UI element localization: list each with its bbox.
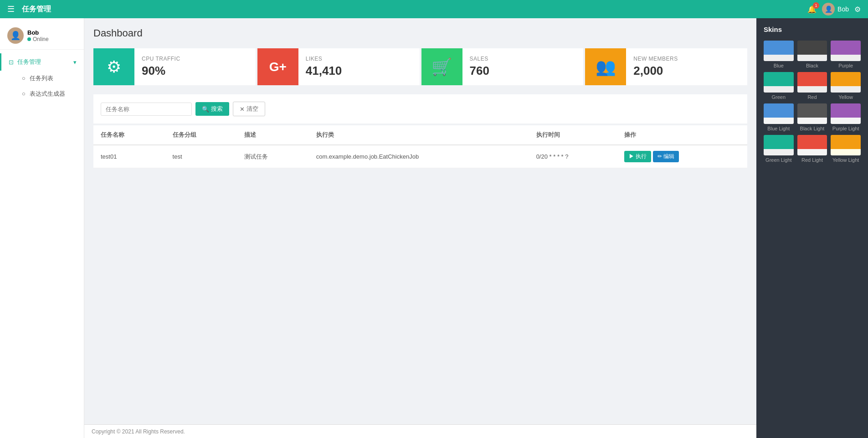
likes-label: LIKES [306, 56, 412, 62]
cell-group: test [165, 145, 237, 168]
sidebar-item-task-mgmt[interactable]: ⊡ 任务管理 ▾ [0, 53, 84, 71]
stat-cards: ⚙ CPU TRAFFIC 90% G+ LIKES 41,410 🛒 SALE… [93, 48, 747, 85]
table: 任务名称 任务分组 描述 执行类 执行时间 操作 test01 test 测试任… [93, 125, 747, 168]
search-button[interactable]: 🔍 搜索 [195, 102, 229, 116]
skin-blue[interactable]: Blue [764, 41, 794, 68]
stat-card-cpu: ⚙ CPU TRAFFIC 90% [93, 48, 256, 85]
sidebar-submenu: ○ 任务列表 ○ 表达式生成器 [0, 71, 84, 102]
col-desc: 描述 [237, 125, 309, 145]
cpu-icon: ⚙ [93, 48, 134, 85]
notification-badge: 1 [813, 2, 819, 9]
skin-purple-light-swatch [831, 103, 861, 124]
skin-red-light[interactable]: Red Light [797, 135, 827, 163]
sidebar-avatar: 👤 [7, 27, 24, 44]
likes-icon: G+ [257, 48, 298, 85]
table-row: test01 test 测试任务 com.example.demo.job.Ea… [93, 145, 747, 168]
exec-button[interactable]: ▶ 执行 [624, 151, 651, 162]
skin-red-light-swatch [797, 135, 827, 155]
exec-icon: ▶ [629, 153, 634, 160]
likes-value: 41,410 [306, 64, 412, 78]
hamburger-icon[interactable]: ☰ [7, 4, 15, 14]
stat-card-likes: G+ LIKES 41,410 [257, 48, 420, 85]
sales-label: SALES [470, 56, 576, 62]
sales-value: 760 [470, 64, 576, 78]
app-title: 任务管理 [22, 5, 807, 14]
footer-bar: Copyright © 2021 All Rights Reserved. [84, 424, 756, 438]
notification-icon[interactable]: 🔔 1 [807, 5, 817, 14]
skin-green-label: Green [764, 94, 794, 100]
table-head: 任务名称 任务分组 描述 执行类 执行时间 操作 [93, 125, 747, 145]
cpu-value: 90% [142, 64, 248, 78]
skin-red[interactable]: Red [797, 72, 827, 100]
clear-button[interactable]: ✕ 清空 [233, 102, 265, 116]
footer-copyright: Copyright © 2021 All Rights Reserved. [92, 428, 185, 435]
cell-time: 0/20 * * * * ? [529, 145, 617, 168]
main-content: Dashboard ⚙ CPU TRAFFIC 90% G+ LIKES 41,… [84, 18, 756, 438]
skin-blue-light-label: Blue Light [764, 126, 794, 131]
skin-blue-label: Blue [764, 63, 794, 68]
cell-name: test01 [93, 145, 165, 168]
skin-blue-swatch [764, 41, 794, 61]
sidebar-item-task-list[interactable]: ○ 任务列表 [15, 71, 84, 86]
edit-button[interactable]: ✏ 编辑 [653, 151, 679, 162]
skin-black-light[interactable]: Black Light [797, 103, 827, 131]
skin-black-light-label: Black Light [797, 126, 827, 131]
skin-green-light-label: Green Light [764, 157, 794, 163]
task-list-label: 任务列表 [30, 75, 53, 82]
skins-grid: Blue Black Purple [764, 41, 861, 163]
table-body: test01 test 测试任务 com.example.demo.job.Ea… [93, 145, 747, 168]
col-actions: 操作 [617, 125, 747, 145]
sidebar-menu: ⊡ 任务管理 ▾ ○ 任务列表 ○ 表达式生成器 [0, 53, 84, 102]
task-table: 任务名称 任务分组 描述 执行类 执行时间 操作 test01 test 测试任… [93, 125, 747, 168]
skin-yellow-label: Yellow [831, 94, 861, 100]
cpu-label: CPU TRAFFIC [142, 56, 248, 62]
sales-icon: 🛒 [421, 48, 462, 85]
members-body: NEW MEMBERS 2,000 [626, 48, 747, 85]
cell-desc: 测试任务 [237, 145, 309, 168]
skin-green-light[interactable]: Green Light [764, 135, 794, 163]
user-menu[interactable]: 👤 Bob [822, 3, 849, 15]
col-class: 执行类 [309, 125, 529, 145]
skin-yellow-light[interactable]: Yellow Light [831, 135, 861, 163]
skin-red-label: Red [797, 94, 827, 100]
navbar: ☰ 任务管理 🔔 1 👤 Bob ⚙ [0, 0, 868, 18]
settings-icon[interactable]: ⚙ [854, 5, 861, 14]
skin-purple-swatch [831, 41, 861, 61]
skin-yellow[interactable]: Yellow [831, 72, 861, 100]
skin-green[interactable]: Green [764, 72, 794, 100]
members-label: NEW MEMBERS [633, 56, 740, 62]
task-mgmt-icon: ⊡ [9, 59, 14, 66]
sidebar-user: 👤 Bob Online [0, 22, 84, 50]
skin-red-light-label: Red Light [797, 157, 827, 163]
skin-red-swatch [797, 72, 827, 93]
skin-yellow-light-swatch [831, 135, 861, 155]
sidebar-item-expr-gen[interactable]: ○ 表达式生成器 [15, 86, 84, 102]
task-mgmt-label: 任务管理 [17, 58, 41, 66]
status-label: Online [33, 36, 49, 42]
skin-green-light-swatch [764, 135, 794, 155]
members-value: 2,000 [633, 64, 740, 78]
expr-gen-icon: ○ [22, 90, 26, 97]
skin-purple-light[interactable]: Purple Light [831, 103, 861, 131]
page-title: Dashboard [93, 27, 747, 39]
skin-purple[interactable]: Purple [831, 41, 861, 68]
col-name: 任务名称 [93, 125, 165, 145]
skin-purple-label: Purple [831, 63, 861, 68]
cell-actions: ▶ 执行 ✏ 编辑 [617, 145, 747, 168]
skin-blue-light-swatch [764, 103, 794, 124]
table-header-row: 任务名称 任务分组 描述 执行类 执行时间 操作 [93, 125, 747, 145]
cell-class: com.example.demo.job.EatChickenJob [309, 145, 529, 168]
skin-black-light-swatch [797, 103, 827, 124]
skins-title: Skins [764, 26, 861, 33]
skin-purple-light-label: Purple Light [831, 126, 861, 131]
search-icon: 🔍 [202, 106, 209, 113]
skin-blue-light[interactable]: Blue Light [764, 103, 794, 131]
skin-black-label: Black [797, 63, 827, 68]
skin-black[interactable]: Black [797, 41, 827, 68]
search-input[interactable] [101, 103, 192, 116]
sidebar-username: Bob [27, 29, 49, 36]
username: Bob [837, 5, 849, 13]
skin-yellow-light-label: Yellow Light [831, 157, 861, 163]
sidebar: 👤 Bob Online ⊡ 任务管理 ▾ ○ 任务列表 [0, 18, 84, 438]
sidebar-user-info: Bob Online [27, 29, 49, 42]
